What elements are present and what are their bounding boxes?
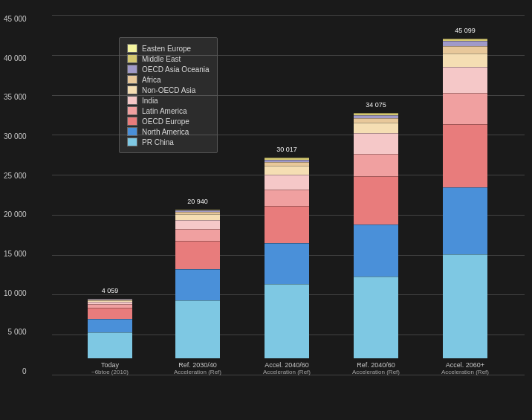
- bar-group: 34 075Ref. 2040/60Acceleration (Ref): [352, 113, 400, 375]
- bar-value-label: 45 099: [455, 27, 476, 34]
- bar-x-label: Ref. 2040/60: [357, 361, 395, 369]
- bar-group: 30 017Accel. 2040/60Acceleration (Ref): [263, 158, 311, 375]
- bar-segment-pr-china: [175, 300, 220, 358]
- bar-value-label: 20 940: [187, 198, 208, 205]
- bar-wrapper: 45 099: [443, 39, 487, 358]
- bar-segment-latin-america: [175, 229, 220, 241]
- bar-segment-india: [175, 220, 220, 229]
- chart-container: 45 00040 00035 00030 00025 00020 00015 0…: [0, 0, 532, 420]
- bar-group: 45 099Accel. 2060+Acceleration (Ref): [441, 39, 489, 375]
- bar-wrapper: 4 059: [88, 299, 132, 358]
- bars-container: 4 059Today~6btoe (2010)20 940Ref. 2030/4…: [52, 15, 525, 375]
- bar-segment-india: [265, 175, 309, 190]
- bar-x-sublabel: Acceleration (Ref): [263, 369, 311, 375]
- bar-group: 4 059Today~6btoe (2010): [88, 299, 132, 375]
- bar-value-label: 34 075: [366, 101, 386, 109]
- bar-segment-africa: [443, 46, 487, 54]
- y-axis-label: 40 000: [4, 54, 27, 62]
- bar-segment-non-oecd-asia: [443, 54, 487, 67]
- y-axis-label: 20 000: [4, 210, 27, 219]
- bar-x-label: Today: [101, 361, 119, 369]
- bar-segment-pr-china: [88, 332, 132, 358]
- bar-value-label: 4 059: [102, 287, 119, 294]
- bar-wrapper: 34 075: [354, 113, 398, 358]
- bar-segment-india: [443, 67, 487, 93]
- bar-group: 20 940Ref. 2030/40Acceleration (Ref): [174, 210, 221, 375]
- bar-x-label: Accel. 2060+: [446, 361, 484, 369]
- bar-segment-pr-china: [265, 284, 309, 358]
- bar-x-sublabel: Acceleration (Ref): [174, 369, 221, 375]
- bar-segment-oecd-europe: [443, 124, 487, 187]
- bar-segment-oecd-europe: [265, 206, 309, 243]
- y-axis-label: 25 000: [4, 172, 27, 180]
- bar-segment-non-oecd-asia: [354, 123, 398, 133]
- bar-segment-latin-america: [354, 154, 398, 176]
- bar-segment-india: [354, 133, 398, 154]
- bar-segment-north-america: [265, 243, 309, 284]
- y-axis-label: 10 000: [4, 289, 27, 297]
- y-axis-label: 30 000: [4, 132, 27, 140]
- bar-x-sublabel: Acceleration (Ref): [352, 369, 400, 375]
- y-axis-label: 15 000: [4, 250, 27, 258]
- bar-segment-latin-america: [265, 190, 309, 206]
- bar-segment-north-america: [354, 224, 398, 277]
- bar-segment-pr-china: [354, 277, 398, 358]
- y-axis: 45 00040 00035 00030 00025 00020 00015 0…: [4, 15, 27, 375]
- bar-value-label: 30 017: [276, 146, 297, 153]
- bar-segment-oecd-europe: [88, 308, 132, 319]
- bar-segment-non-oecd-asia: [265, 166, 309, 175]
- bar-wrapper: 20 940: [175, 210, 220, 358]
- chart-area: 45 00040 00035 00030 00025 00020 00015 0…: [52, 15, 525, 375]
- bar-x-sublabel: Acceleration (Ref): [441, 369, 489, 375]
- bar-x-label: Ref. 2030/40: [178, 361, 217, 369]
- bar-segment-latin-america: [443, 93, 487, 124]
- bar-wrapper: 30 017: [265, 158, 309, 358]
- y-axis-label: 35 000: [4, 93, 27, 101]
- bar-x-sublabel: ~6btoe (2010): [91, 369, 129, 375]
- bar-segment-north-america: [443, 187, 487, 254]
- y-axis-label: 45 000: [4, 15, 27, 23]
- bar-segment-pr-china: [443, 254, 487, 358]
- bar-segment-oecd-europe: [354, 176, 398, 224]
- bar-segment-north-america: [175, 269, 220, 300]
- bar-segment-north-america: [88, 319, 132, 332]
- bar-segment-non-oecd-asia: [175, 214, 220, 220]
- y-axis-label: 5 000: [8, 328, 27, 336]
- bar-segment-oecd-europe: [175, 241, 220, 269]
- y-axis-label: 0: [22, 367, 27, 375]
- bar-x-label: Accel. 2040/60: [265, 361, 309, 369]
- bar-segment-oecd-asia-oceania: [443, 41, 487, 46]
